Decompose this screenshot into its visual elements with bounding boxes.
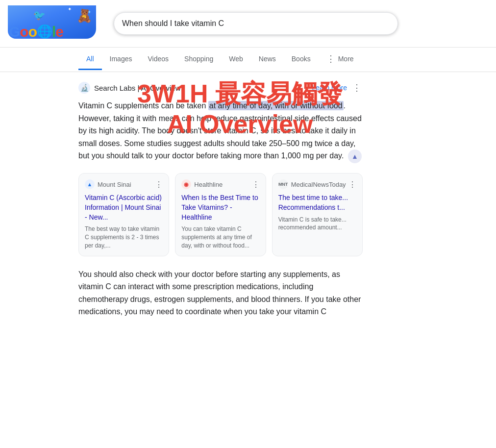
header: ✦ ✦ ✦ 🧸 🐦 Goo🌐le [0,0,496,48]
tab-images[interactable]: Images [102,49,140,70]
ai-overview-title: Search Labs | AI Overview [94,84,180,92]
source-card-snippet-1: The best way to take vitamin C supplemen… [85,225,163,249]
source-card-header-2: ◉ Healthline ⋮ [181,179,259,189]
source-card-title-2[interactable]: When Is the Best Time to Take Vitamins? … [181,193,259,222]
source-name-1: Mount Sinai [98,181,131,188]
flask-icon: 🔬 [78,82,90,94]
tab-books[interactable]: Books [284,49,319,70]
healthline-favicon: ◉ [181,179,191,189]
additional-text: You should also check with your doctor b… [78,268,363,318]
source-info-1: ▲ Mount Sinai [85,179,131,189]
mountsinai-favicon: ▲ [85,179,95,189]
tab-all[interactable]: All [78,49,102,70]
nav-tabs: All Images Videos Shopping Web News Book… [0,48,496,72]
ai-body-highlight: at any time of day, with or without food [208,101,344,110]
tab-web[interactable]: Web [221,49,251,70]
source-card-header-1: ▲ Mount Sinai ⋮ [85,179,163,189]
learn-more-link[interactable]: Learn more [312,84,347,92]
source-card-mountsinai[interactable]: ▲ Mount Sinai ⋮ Vitamin C (Ascorbic acid… [78,173,169,256]
source-card-snippet-3: Vitamin C is safe to take... recommended… [278,216,356,232]
tab-more[interactable]: ⋮ More [319,48,362,72]
source-info-3: MNT MedicalNewsToday [278,179,346,189]
source-name-3: MedicalNewsToday [291,181,346,188]
source-card-snippet-2: You can take vitamin C supplements at an… [181,225,259,249]
tab-videos[interactable]: Videos [140,49,176,70]
google-wordmark: Goo🌐le [9,24,63,40]
source-card-title-3[interactable]: The best time to take... Recommendations… [278,193,356,212]
tab-shopping[interactable]: Shopping [176,49,221,70]
search-bar[interactable] [114,12,398,35]
source-card-title-1[interactable]: Vitamin C (Ascorbic acid) Information | … [85,193,163,222]
ai-overview-section: 🔬 Search Labs | AI Overview Learn more ⋮… [78,82,363,256]
ai-overview-header: 🔬 Search Labs | AI Overview Learn more ⋮ [78,82,363,94]
mnt-favicon: MNT [278,179,288,189]
ai-overview-left: 🔬 Search Labs | AI Overview [78,82,180,94]
source-card-header-3: MNT MedicalNewsToday ⋮ [278,179,356,189]
google-logo[interactable]: ✦ ✦ ✦ 🧸 🐦 Goo🌐le [8,4,106,43]
source-name-2: Healthline [194,181,223,188]
main-content: 🔬 Search Labs | AI Overview Learn more ⋮… [0,72,441,328]
ai-body-text: Vitamin C supplements can be taken at an… [78,100,363,163]
source-card-more-1[interactable]: ⋮ [155,180,163,189]
collapse-button[interactable]: ▲ [348,149,362,163]
ai-overview-more-button[interactable]: ⋮ [351,82,363,94]
ai-overview-right: Learn more ⋮ [312,82,363,94]
collapse-arrow-icon: ▲ [351,151,358,162]
source-card-healthline[interactable]: ◉ Healthline ⋮ When Is the Best Time to … [175,173,266,256]
source-cards: ▲ Mount Sinai ⋮ Vitamin C (Ascorbic acid… [78,173,363,256]
tab-news[interactable]: News [251,49,284,70]
source-card-more-3[interactable]: ⋮ [348,180,356,189]
source-card-more-2[interactable]: ⋮ [252,180,260,189]
source-card-medicalnewstoday[interactable]: MNT MedicalNewsToday ⋮ The best time to … [272,173,363,256]
more-dots-icon: ⋮ [326,53,335,64]
source-info-2: ◉ Healthline [181,179,223,189]
search-input[interactable] [122,19,390,28]
ai-body-part1: Vitamin C supplements can be taken [78,101,208,110]
